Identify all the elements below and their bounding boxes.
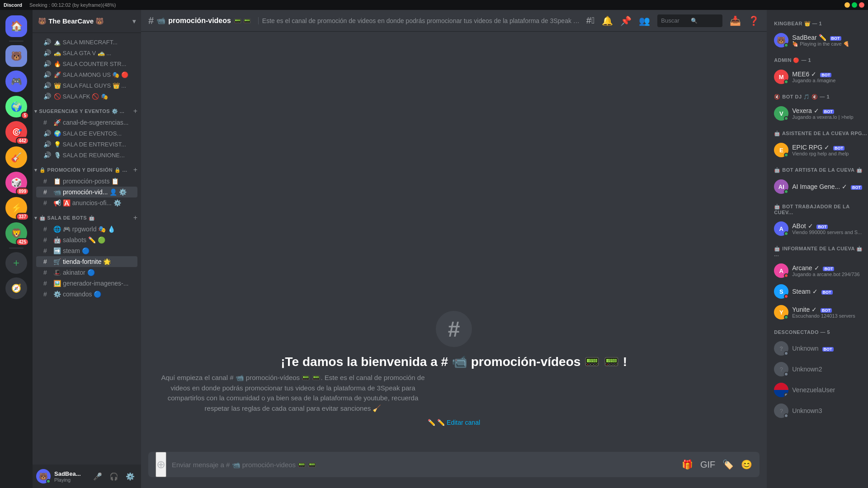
message-input-wrapper: ⊕ 🎁 GIF 🏷️ 😊 [148,452,760,477]
emoji-btn[interactable]: 😊 [741,459,752,470]
member-mee6[interactable]: M MEE6 ✓ BOT Jugando a /imagine [770,67,868,87]
member-status-epicrpg: Viendo rpg help and /help [792,151,868,156]
category-promocion[interactable]: ▾ 🔒 PROMOCIÓN Y DIFUSIÓN 🔒 ... + [33,164,141,176]
bot-badge-arcane: BOT [823,267,834,271]
channel-name: 👑 SALA FALL GUYS 👑 ... [54,82,126,89]
headphones-btn[interactable]: 🎧 [107,469,121,483]
member-info-yunite: Yunite ✓ BOT Escuchando 124013 servers [792,306,868,319]
member-status-dot-abot [784,231,788,236]
channel-item-tienda-fortnite[interactable]: # 🛒 tienda-fortnite 🌟 [36,256,137,267]
server-icon-5[interactable]: 🎸 [5,146,27,168]
server-icon-7[interactable]: ⚡337 [5,197,27,219]
hashtag-btn[interactable]: #⃣ [586,15,594,26]
channel-name-generador: 🖼️ generador-imagenes-... [53,280,134,287]
message-input[interactable] [172,455,676,474]
member-steam[interactable]: S Steam ✓ BOT [770,282,868,301]
member-vexera[interactable]: V Vexera ✓ BOT Jugando a vexera.lo | >he… [770,103,868,123]
member-name-offline-2: Unknown2 [792,366,868,373]
gif-btn[interactable]: GIF [700,460,715,470]
channel-item-generador[interactable]: # 🖼️ generador-imagenes-... [36,278,137,289]
close-btn[interactable] [859,2,864,8]
pin-btn[interactable]: 📌 [620,15,632,26]
member-status-arcane: Jugando a arcane.bot 294/736 [792,272,868,277]
server-icon-3[interactable]: 🌍5 [5,96,27,117]
channel-item-canal-sugerencias[interactable]: # 🚀 canal-de-sugerencias... [36,117,137,128]
member-info-epicrpg: EPIC RPG ✓ BOT Viendo rpg help and /help [792,144,868,156]
member-arcane[interactable]: A Arcane ✓ BOT Jugando a arcane.bot 294/… [770,261,868,281]
member-abot[interactable]: A ABot ✓ BOT Viendo 990000 servers and S… [770,219,868,239]
channel-item-fall-guys[interactable]: 🔊 👑 SALA FALL GUYS 👑 ... [36,80,137,91]
member-offline-3[interactable]: ? Unknown3 [770,401,868,421]
voice-icon: 🔊 [43,60,51,67]
minimize-btn[interactable] [844,2,850,8]
channel-item-akinator[interactable]: # 🎩 akinator 🔵 [36,267,137,278]
channel-item-sala-minecraft[interactable]: 🔊 🏔️ SALA MINECRAFT... [36,37,137,47]
channel-item-steam[interactable]: # ➡️ steam 🔵 [36,245,137,256]
channel-item-sala-reuniones[interactable]: 🔊 🎙️ SALA DE REUNIONE... [36,150,137,160]
channel-item-sala-entrevistas[interactable]: 🔊 💡 SALA DE ENTREVIST... [36,139,137,150]
member-offline-1[interactable]: ? Unknown BOT [770,338,868,358]
inbox-btn[interactable]: 📥 [730,15,741,26]
gift-btn[interactable]: 🎁 [682,459,693,470]
member-info-steam: Steam ✓ BOT [792,288,868,295]
members-btn[interactable]: 👥 [639,15,650,26]
member-venezuela[interactable]: VenezuelaUser [770,380,868,400]
category-add-sugerencias[interactable]: + [133,107,137,115]
maximize-btn[interactable] [852,2,857,8]
category-bots[interactable]: ▾ 🤖 SALA DE BOTS 🤖 + [33,212,141,224]
channel-item-rpgworld[interactable]: # 🌐 🎮 rpgworld 🎭 💧 [36,224,137,235]
channel-item-afk[interactable]: 🔊 🚫 SALA AFK 🚫 🎭 [36,91,137,102]
member-epicrpg[interactable]: E EPIC RPG ✓ BOT Viendo rpg help and /he… [770,140,868,160]
channel-item-anuncios[interactable]: # 📢 🅰️ anuncios-ofi... ⚙️ [36,197,137,208]
channel-item-sala-gta[interactable]: 🔊 🚕 SALA GTA V 🚕 ... [36,47,137,58]
server-icon-6[interactable]: 🎲899 [5,172,27,193]
server-icon-1[interactable]: 🐻 [5,45,27,67]
add-server-btn[interactable]: + [5,252,27,274]
server-icon-4[interactable]: 🎯442 [5,121,27,143]
channel-item-comandos[interactable]: # ⚙️ comandos 🔵 [36,289,137,300]
channel-name: 🔥 SALA COUNTER STR... [54,61,126,67]
hash-icon-steam: # [43,247,51,254]
app-container: 🏠 🐻 🎮 🌍5 🎯442 🎸 🎲899 ⚡337 🦁425 + 🧭 🐻 The… [0,10,868,488]
channel-header-icon: 📹 [156,16,165,25]
attach-button[interactable]: ⊕ [156,452,166,477]
member-avatar-mee6: M [774,70,788,84]
welcome-title: ¡Te damos la bienvenida a # 📹 promoción-… [157,354,750,369]
settings-btn[interactable]: ⚙️ [123,469,137,483]
member-ai-image[interactable]: AI AI Image Gene... ✓ BOT [770,177,868,197]
channel-item-promocion-videos[interactable]: # 📹 promoción-vid... 👤 ⚙️ [36,187,137,197]
channel-item-sala-eventos[interactable]: 🔊 🌍 SALA DE EVENTOS... [36,128,137,139]
category-add-bots[interactable]: + [133,214,137,222]
sticker-btn[interactable]: 🏷️ [722,459,734,470]
mic-btn[interactable]: 🎤 [90,469,105,483]
edit-canal-link[interactable]: ✏️ ✏️ Editar canal [428,419,480,426]
titlebar: Discord Seeking : 00:12:02 (by keyframe)… [0,0,868,10]
edit-icon: ✏️ [428,419,435,426]
member-sadbear[interactable]: 🐻 SadBear ✏️ BOT 🍖 Playing in the cave 🍕 [770,30,868,50]
channel-item-promocion-posts[interactable]: # 📋 promoción-posts 📋 [36,176,137,187]
member-avatar-venezuela [774,383,788,397]
header-search-bar[interactable]: Buscar 🔍 [657,14,722,27]
server-icon-discord-home[interactable]: 🏠 [5,15,27,37]
member-offline-2[interactable]: ? Unknown2 [770,359,868,379]
channel-header: # 📹 promoción-videos 📟 📟 Este es el cana… [141,10,767,32]
message-input-area: ⊕ 🎁 GIF 🏷️ 😊 [141,452,767,488]
discover-btn[interactable]: 🧭 [5,277,27,299]
server-name-header[interactable]: 🐻 The BearCave 🐻 ▾ [33,10,141,33]
section-label-desconectado: DESCONECTADO — 5 [774,329,830,335]
bot-badge-steam: BOT [821,290,833,295]
category-add-promocion[interactable]: + [133,166,137,174]
bell-btn[interactable]: 🔔 [602,15,613,26]
server-icon-2[interactable]: 🎮 [5,70,27,92]
channel-item-salabots[interactable]: # 🤖 salabots ✏️ 🟢 [36,235,137,245]
titlebar-controls [844,2,864,8]
section-header-artista: 🤖 BOT ARTISTA DE LA CUEVA 🤖 [770,164,868,175]
server-icon-8[interactable]: 🦁425 [5,222,27,244]
member-status-abot: Viendo 990000 servers and S... [792,230,868,235]
member-status-yunite: Escuchando 124013 servers [792,313,868,319]
member-yunite[interactable]: Y Yunite ✓ BOT Escuchando 124013 servers [770,302,868,322]
help-btn[interactable]: ❓ [748,15,760,26]
channel-item-among-us[interactable]: 🔊 🚀 SALA AMONG US 🎭 🔴 [36,69,137,80]
channel-item-counter[interactable]: 🔊 🔥 SALA COUNTER STR... [36,58,137,69]
category-sugerencias[interactable]: ▾ SUGERENCIAS Y EVENTOS ⚙️ ... + [33,105,141,117]
